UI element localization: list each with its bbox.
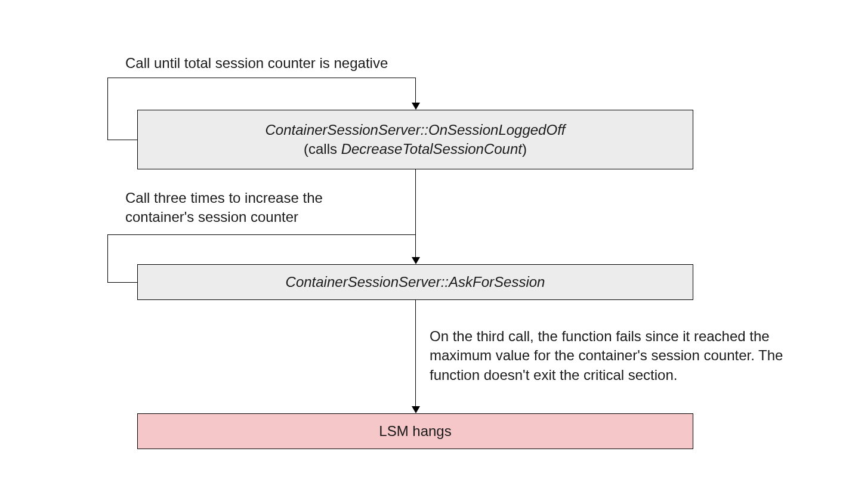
label-bottom-text: On the third call, the function fails si… [430,328,783,383]
loop1-arrowhead [412,103,420,110]
loop1-v-left [107,78,108,140]
label-mid-text: Call three times to increase the contain… [125,190,323,225]
loop1-h-top [107,78,415,78]
label-top-text: Call until total session counter is nega… [125,55,388,71]
box1-line1: ContainerSessionServer::OnSessionLoggedO… [266,120,566,140]
loop1-h-into [107,140,137,140]
loop1-v-arrow [415,78,416,104]
conn1-v [415,169,416,258]
box-askforsession: ContainerSessionServer::AskForSession [137,264,693,300]
conn1-arrowhead [412,257,420,264]
loop2-h-into [107,282,137,283]
box2-text: ContainerSessionServer::AskForSession [286,273,545,292]
label-mid: Call three times to increase the contain… [125,188,376,227]
box1-line2a: (calls [304,141,341,157]
loop2-h-top [107,234,415,235]
box-lsm-hangs: LSM hangs [137,413,693,449]
conn2-v [415,300,416,406]
box1-line2b: DecreaseTotalSessionCount [341,141,522,157]
box-onsessionloggedoff: ContainerSessionServer::OnSessionLoggedO… [137,110,693,169]
box3-text: LSM hangs [379,422,451,441]
label-bottom: On the third call, the function fails si… [430,327,811,385]
box1-line2c: ) [522,141,527,157]
box1-line2: (calls DecreaseTotalSessionCount) [304,140,527,159]
conn2-arrowhead [412,406,420,413]
loop2-v-left [107,234,108,282]
label-top: Call until total session counter is nega… [125,54,388,73]
